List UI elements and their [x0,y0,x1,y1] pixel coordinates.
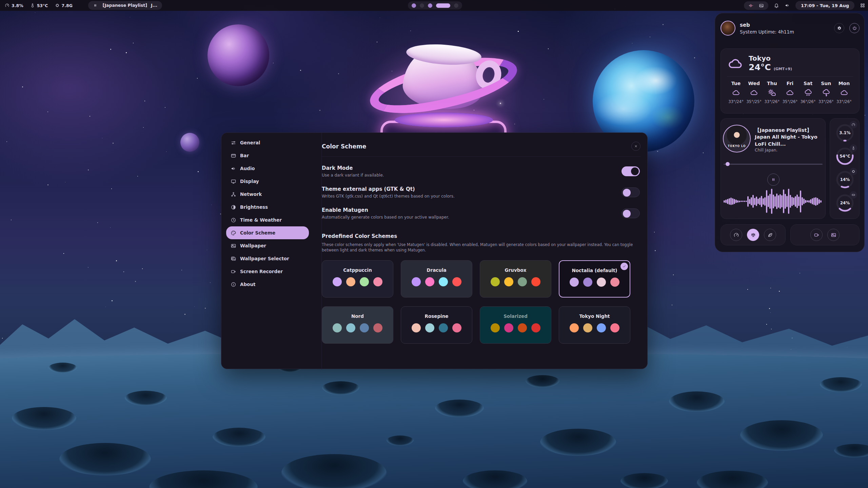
power-button[interactable] [849,23,860,33]
media-pill[interactable]: 【Japanese Playlist】 J... [88,1,162,10]
scheme-name: Gruvbox [505,267,527,273]
visualizer-bar [781,195,783,207]
tray-wave-icon[interactable] [748,3,753,8]
visualizer-bar [766,190,767,213]
sidebar-item-audio[interactable]: Audio [226,162,309,175]
color-swatch [518,323,527,332]
system-gauge-14: 14% [835,170,854,189]
progress-knob[interactable] [726,162,730,166]
scheme-name: Tokyo Night [579,313,610,319]
forecast-day-sat: Sat36°/26° [799,81,817,104]
scheme-card-dracula[interactable]: Dracula [401,260,472,298]
chip-icon [850,168,857,175]
wallpaper-button[interactable] [827,229,840,241]
color-swatch [439,277,448,286]
color-swatch [412,323,421,332]
visualizer-bar [796,195,798,208]
workspace-dot-3[interactable] [428,3,432,8]
video-icon [814,232,820,238]
color-swatch [346,323,355,332]
workspace-dot-5[interactable] [454,3,458,8]
clock-pill[interactable]: 17:09 - Tue, 19 Aug [795,1,854,10]
forecast-day-sun: Sun33°/26° [817,81,835,104]
sidebar-item-brightness[interactable]: Brightness [226,201,309,214]
app-grid-icon[interactable] [860,3,865,8]
sidebar-item-general[interactable]: General [226,136,309,149]
sidebar-item-time-weather[interactable]: Time & Weather [226,214,309,226]
tray-image-icon[interactable] [759,3,764,8]
color-swatch [583,278,592,287]
screen-record-button[interactable] [810,229,823,241]
scheme-name: Nord [351,313,364,319]
color-swatch [583,323,592,332]
sidebar-item-label: Screen Recorder [240,269,283,274]
sidebar-item-bar[interactable]: Bar [226,149,309,162]
cloud-icon [732,88,740,97]
bar-icon [231,153,236,159]
pause-icon [93,3,98,8]
close-button[interactable] [631,142,640,151]
visualizer-bar [756,197,757,206]
forecast-day-name: Thu [767,81,777,86]
visualizer-bar [817,198,818,205]
forecast-day-temps: 33°/26° [836,99,852,104]
sidebar-item-display[interactable]: Display [226,175,309,188]
forecast-day-tue: Tue33°/24° [727,81,745,104]
toggle-enable-matugen[interactable] [622,208,640,218]
toggle-theme-external-apps-gtk-qt[interactable] [622,187,640,197]
scheme-card-nord[interactable]: Nord [322,306,393,344]
color-swatch [425,323,434,332]
gallery-icon [231,256,236,262]
weather-city: Tokyo [749,54,792,62]
toggle-knob [623,189,631,197]
weather-divider [727,76,853,77]
play-pause-button[interactable] [767,174,780,186]
profile-powersaver-button[interactable] [764,229,776,241]
color-swatch [518,277,527,286]
workspace-dot-4[interactable] [436,3,450,8]
visualizer-bar [773,195,774,208]
visualizer-bar [754,198,755,205]
visualizer-bar [802,197,803,205]
sidebar-item-about[interactable]: About [226,278,309,291]
thermometer-icon [30,3,35,8]
profile-performance-button[interactable] [730,229,742,241]
scheme-card-tokyo-night[interactable]: Tokyo Night [559,306,630,344]
cloud-icon [786,88,794,97]
scheme-card-rosepine[interactable]: Rosepine [401,306,472,344]
power-profile-group [721,224,786,245]
color-swatch [425,277,434,286]
sidebar-item-screen-recorder[interactable]: Screen Recorder [226,265,309,278]
thermometer-icon [850,144,857,152]
video-icon [231,269,236,274]
toggle-dark-mode[interactable] [622,166,640,176]
scheme-card-catppuccin[interactable]: Catppuccin [322,260,393,298]
network-icon [231,191,236,197]
leaf-icon [767,232,773,238]
sidebar-item-network[interactable]: Network [226,188,309,201]
scheme-card-solarized[interactable]: Solarized [480,306,551,344]
visualizer-bar [798,197,800,206]
avatar[interactable] [721,21,735,36]
sidebar-item-wallpaper-selector[interactable]: Wallpaper Selector [226,252,309,265]
system-gauge-24: 24% [835,194,854,212]
settings-button[interactable] [834,23,844,33]
media-progress-bar[interactable] [724,162,823,166]
sidebar-item-color-scheme[interactable]: Color Scheme [226,226,309,239]
forecast-day-wed: Wed35°/25° [745,81,763,104]
memory-value: 7.8G [62,3,73,8]
visualizer-bar [774,196,776,207]
profile-balanced-button[interactable] [747,229,759,241]
scheme-card-noctalia-default[interactable]: Noctalia (default) [559,260,630,298]
visualizer-bar [769,194,771,209]
speaker-icon [231,166,236,171]
scheme-grid: CatppuccinDraculaGruvboxNoctalia (defaul… [322,260,640,344]
volume-icon[interactable] [785,3,790,8]
workspace-dot-1[interactable] [412,3,416,8]
scheme-card-gruvbox[interactable]: Gruvbox [480,260,551,298]
visualizer-bar [763,198,764,205]
workspace-dot-2[interactable] [420,3,424,8]
color-swatch [360,323,369,332]
notifications-bell-icon[interactable] [774,3,779,8]
sidebar-item-wallpaper[interactable]: Wallpaper [226,239,309,252]
